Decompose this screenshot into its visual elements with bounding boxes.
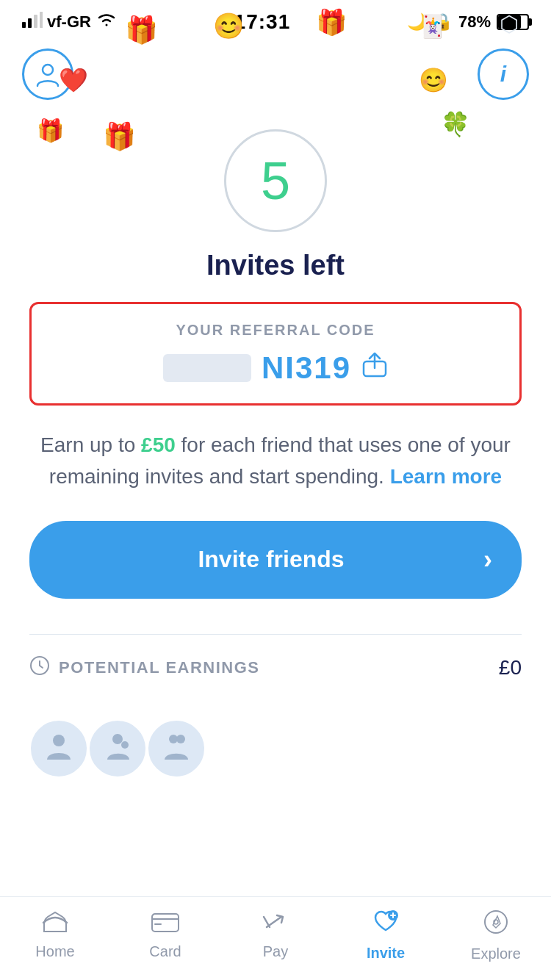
person-icon-1: [43, 729, 75, 768]
nav-explore[interactable]: Explore: [459, 909, 533, 962]
invite-btn-label: Invite friends: [59, 546, 483, 573]
status-right: 🌙 🔒 78%: [407, 12, 529, 32]
referral-code-blurred: [163, 354, 251, 382]
card-icon: [151, 911, 180, 939]
svg-rect-0: [22, 22, 26, 28]
battery-icon: [497, 14, 529, 30]
invite-icon: [372, 909, 399, 940]
carrier-signal: vf-GR: [22, 12, 118, 32]
invites-circle: 5: [224, 129, 327, 232]
earnings-section: POTENTIAL EARNINGS £0: [29, 634, 522, 702]
earnings-amount: £0: [499, 656, 522, 680]
svg-point-16: [485, 911, 507, 933]
description-text: Earn up to £50 for each friend that uses…: [29, 429, 522, 493]
share-icon[interactable]: [361, 352, 388, 385]
profile-button[interactable]: [22, 48, 73, 100]
info-label: i: [500, 62, 506, 87]
earnings-left: POTENTIAL EARNINGS: [29, 655, 260, 681]
clock-icon: [29, 655, 50, 681]
nav-invite[interactable]: Invite: [349, 909, 422, 962]
avatar-row: [29, 702, 522, 796]
wifi-icon: [96, 12, 118, 32]
lock-icon: 🔒: [433, 12, 453, 32]
nav-home[interactable]: Home: [18, 911, 92, 960]
avatar-1: [29, 719, 88, 778]
svg-rect-1: [28, 18, 32, 28]
earnings-label: POTENTIAL EARNINGS: [59, 658, 260, 677]
svg-point-7: [53, 735, 65, 746]
svg-rect-12: [152, 914, 179, 932]
person-icon-3: [160, 729, 192, 768]
nav-card-label: Card: [149, 943, 181, 960]
learn-more-link[interactable]: Learn more: [390, 465, 503, 488]
time-display: 17:31: [234, 10, 291, 34]
avatar-2: [88, 719, 147, 778]
svg-point-8: [112, 734, 123, 744]
svg-rect-2: [34, 15, 37, 28]
svg-point-11: [176, 735, 185, 743]
header: i: [0, 41, 551, 107]
pay-icon: [261, 911, 290, 939]
avatar-3: [147, 719, 206, 778]
home-icon: [42, 911, 68, 939]
invite-btn-arrow-icon: ›: [483, 544, 492, 575]
svg-rect-3: [40, 12, 43, 28]
nav-card[interactable]: Card: [129, 911, 202, 960]
invites-left-label: Invites left: [206, 250, 345, 281]
person-icon-2: [101, 729, 134, 768]
invites-count: 5: [261, 151, 290, 211]
referral-label: YOUR REFERRAL CODE: [176, 322, 375, 339]
svg-point-9: [121, 741, 129, 749]
description-before: Earn up to: [40, 433, 141, 456]
referral-code-row: NI319: [163, 350, 388, 386]
info-button[interactable]: i: [478, 48, 529, 100]
carrier-name: vf-GR: [47, 12, 91, 32]
svg-point-4: [43, 65, 53, 75]
nav-home-label: Home: [35, 943, 74, 960]
signal-bars: [22, 12, 43, 32]
nav-invite-label: Invite: [367, 945, 405, 962]
amount-highlight: £50: [141, 433, 176, 456]
nav-pay-label: Pay: [263, 943, 288, 960]
bottom-nav: Home Card Pay: [0, 896, 551, 980]
battery-percent: 78%: [458, 12, 491, 32]
nav-explore-label: Explore: [471, 945, 521, 962]
referral-code-box: YOUR REFERRAL CODE NI319: [29, 302, 522, 406]
moon-icon: 🌙: [407, 12, 427, 32]
explore-icon: [483, 909, 509, 941]
referral-code-text: NI319: [262, 350, 351, 386]
main-content: 5 Invites left YOUR REFERRAL CODE NI319 …: [0, 107, 551, 796]
invite-friends-button[interactable]: Invite friends ›: [29, 521, 522, 599]
status-bar: vf-GR 17:31 🌙 🔒 78%: [0, 0, 551, 41]
earnings-row: POTENTIAL EARNINGS £0: [29, 655, 522, 681]
nav-pay[interactable]: Pay: [239, 911, 312, 960]
